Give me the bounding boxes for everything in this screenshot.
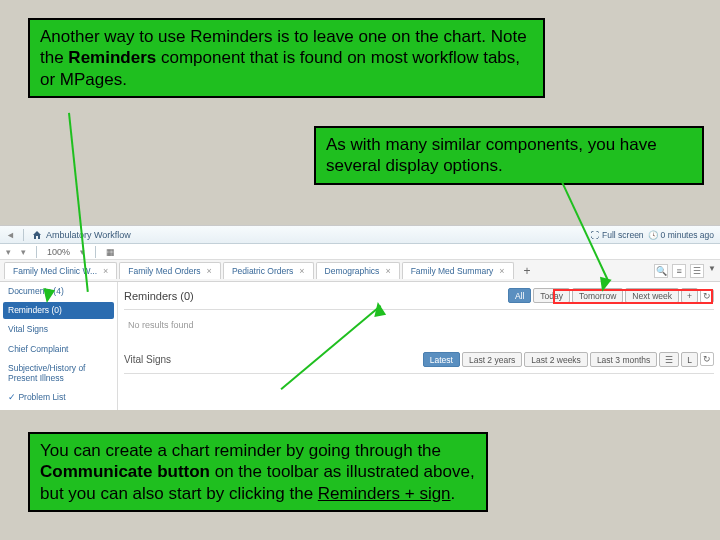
fullscreen-button[interactable]: ⛶ Full screen	[591, 230, 644, 240]
sidebar-item-problem-list[interactable]: Problem List	[0, 388, 117, 407]
tabs-row: Family Med Clinic W...× Family Med Order…	[0, 260, 720, 282]
nav-back-icon[interactable]: ◄	[6, 230, 15, 240]
sidebar-item-reminders[interactable]: Reminders (0)	[3, 302, 114, 319]
callout-display-options: As with many similar components, you hav…	[314, 126, 704, 185]
filter-last-2-weeks[interactable]: Last 2 weeks	[524, 352, 588, 367]
tab-family-med-clinic[interactable]: Family Med Clinic W...×	[4, 262, 117, 279]
tab-pediatric-orders[interactable]: Pediatric Orders×	[223, 262, 314, 279]
close-icon[interactable]: ×	[103, 266, 108, 276]
layout-icon[interactable]: ▦	[106, 247, 115, 257]
last-refresh: 🕓 0 minutes ago	[648, 230, 714, 240]
app-toolbar: ◄ Ambulatory Workflow ⛶ Full screen 🕓 0 …	[0, 226, 720, 244]
tab-family-med-summary[interactable]: Family Med Summary×	[402, 262, 514, 279]
home-icon	[32, 230, 42, 240]
close-icon[interactable]: ×	[385, 266, 390, 276]
menu-icon[interactable]: ☰	[690, 264, 704, 278]
filter-last-2-years[interactable]: Last 2 years	[462, 352, 522, 367]
dropdown-icon[interactable]: ▾	[21, 247, 26, 257]
refresh-icon[interactable]: ↻	[700, 289, 714, 303]
layout-b-button[interactable]: L	[681, 352, 698, 367]
separator	[23, 229, 24, 241]
close-icon[interactable]: ×	[207, 266, 212, 276]
sidebar-item-chief-complaint[interactable]: Chief Complaint	[0, 340, 117, 359]
ehr-screenshot: ◄ Ambulatory Workflow ⛶ Full screen 🕓 0 …	[0, 225, 720, 410]
layout-a-button[interactable]: ☰	[659, 352, 679, 367]
filter-all[interactable]: All	[508, 288, 531, 303]
zoom-label: 100%	[47, 247, 70, 257]
arrow-head-icon	[372, 301, 386, 317]
callout-text: Reminders + sign	[318, 484, 451, 503]
tab-demographics[interactable]: Demographics×	[316, 262, 400, 279]
callout-text: You can create a chart reminder by going…	[40, 441, 441, 460]
vital-signs-title: Vital Signs	[124, 354, 171, 365]
app-subbar: ▾ ▾ 100% ▾ ▦	[0, 244, 720, 260]
sidebar-item-documents[interactable]: Documents (4)	[0, 282, 117, 301]
filter-latest[interactable]: Latest	[423, 352, 460, 367]
close-icon[interactable]: ×	[299, 266, 304, 276]
sidebar-item-vital-signs[interactable]: Vital Signs	[0, 320, 117, 339]
callout-bold: Reminders	[68, 48, 156, 67]
vital-signs-header: Vital Signs Latest Last 2 years Last 2 w…	[124, 350, 714, 374]
reminders-add-button[interactable]: +	[681, 288, 698, 303]
tab-family-med-orders[interactable]: Family Med Orders×	[119, 262, 221, 279]
dropdown-icon[interactable]: ▾	[6, 247, 11, 257]
search-icon[interactable]: 🔍	[654, 264, 668, 278]
filter-today[interactable]: Today	[533, 288, 570, 303]
separator	[95, 246, 96, 258]
reminders-empty: No results found	[124, 310, 714, 340]
callout-text: .	[451, 484, 456, 503]
arrow-head-icon	[41, 288, 55, 304]
filter-icon[interactable]: ≡	[672, 264, 686, 278]
main-panel: Reminders (0) All Today Tomorrow Next we…	[118, 282, 720, 410]
close-icon[interactable]: ×	[499, 266, 504, 276]
add-tab-button[interactable]: +	[516, 262, 539, 280]
filter-next-week[interactable]: Next week	[625, 288, 679, 303]
sidebar-item-subjective[interactable]: Subjective/History of Present Illness	[0, 359, 117, 388]
sidebar: Documents (4) Reminders (0) Vital Signs …	[0, 282, 118, 410]
dropdown-icon[interactable]: ▼	[708, 264, 716, 278]
vital-signs-filter-bar: Latest Last 2 years Last 2 weeks Last 3 …	[423, 352, 714, 367]
refresh-icon[interactable]: ↻	[700, 352, 714, 366]
reminders-title: Reminders (0)	[124, 290, 194, 302]
callout-bold: Communicate button	[40, 462, 210, 481]
filter-last-3-months[interactable]: Last 3 months	[590, 352, 657, 367]
workflow-label: Ambulatory Workflow	[46, 230, 131, 240]
callout-text: As with many similar components, you hav…	[326, 135, 657, 175]
reminders-filter-bar: All Today Tomorrow Next week + ↻	[508, 288, 714, 303]
callout-create-reminder: You can create a chart reminder by going…	[28, 432, 488, 512]
callout-reminders-component: Another way to use Reminders is to leave…	[28, 18, 545, 98]
reminders-header: Reminders (0) All Today Tomorrow Next we…	[124, 286, 714, 310]
separator	[36, 246, 37, 258]
